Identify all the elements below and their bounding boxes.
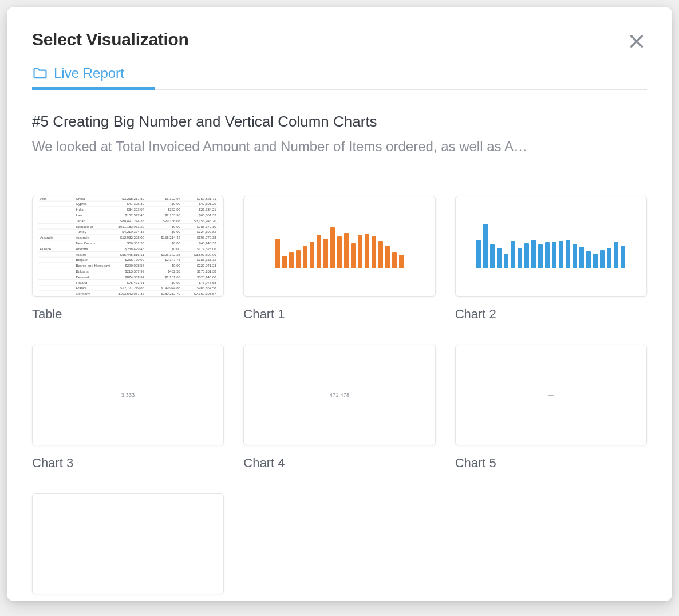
big-number: 3,333 bbox=[121, 392, 135, 398]
section-description: We looked at Total Invoiced Amount and N… bbox=[32, 139, 647, 155]
section-title: #5 Creating Big Number and Vertical Colu… bbox=[32, 113, 647, 131]
viz-card-label: Chart 1 bbox=[243, 307, 435, 322]
bar-chart-orange bbox=[275, 224, 404, 268]
section: #5 Creating Big Number and Vertical Colu… bbox=[32, 113, 647, 155]
viz-card-chart-3[interactable]: 3,333 Chart 3 bbox=[32, 345, 224, 471]
modal-title: Select Visualization bbox=[32, 30, 189, 49]
select-visualization-modal: Select Visualization Live Report #5 Crea… bbox=[7, 7, 672, 601]
viz-card-chart-5[interactable]: — Chart 5 bbox=[455, 345, 647, 471]
viz-thumb-chart-1 bbox=[243, 196, 435, 297]
viz-thumb-chart-3: 3,333 bbox=[32, 345, 224, 445]
tab-label: Live Report bbox=[54, 65, 124, 81]
close-icon bbox=[627, 32, 646, 50]
bar-chart-blue bbox=[476, 224, 625, 268]
viz-card-chart-2[interactable]: Chart 2 bbox=[455, 196, 647, 322]
viz-card-label: Chart 5 bbox=[455, 456, 647, 471]
viz-thumb-chart-2 bbox=[455, 196, 647, 297]
viz-thumb-chart-4: 471,478 bbox=[243, 345, 435, 445]
viz-card-table[interactable]: Athlete RegionAthlete CountrySum Invoice… bbox=[32, 196, 224, 322]
big-number: — bbox=[548, 392, 554, 398]
viz-thumb-chart-5: — bbox=[455, 345, 647, 445]
tab-live-report[interactable]: Live Report bbox=[32, 65, 128, 89]
viz-card-extra[interactable] bbox=[32, 493, 224, 594]
modal-header: Select Visualization bbox=[32, 30, 647, 52]
viz-card-label: Chart 2 bbox=[455, 307, 647, 322]
viz-thumb-extra bbox=[32, 493, 224, 594]
viz-card-chart-1[interactable]: Chart 1 bbox=[243, 196, 435, 322]
viz-card-label: Chart 3 bbox=[32, 456, 224, 471]
tabs: Live Report bbox=[32, 65, 647, 90]
viz-card-label: Chart 4 bbox=[243, 456, 435, 471]
folder-icon bbox=[32, 65, 48, 81]
table-preview: Athlete RegionAthlete CountrySum Invoice… bbox=[38, 196, 218, 297]
big-number: 471,478 bbox=[330, 392, 350, 398]
viz-card-chart-4[interactable]: 471,478 Chart 4 bbox=[243, 345, 435, 471]
visualization-grid: Athlete RegionAthlete CountrySum Invoice… bbox=[32, 196, 647, 594]
viz-thumb-table: Athlete RegionAthlete CountrySum Invoice… bbox=[32, 196, 224, 297]
viz-card-label: Table bbox=[32, 307, 224, 322]
close-button[interactable] bbox=[626, 31, 647, 52]
